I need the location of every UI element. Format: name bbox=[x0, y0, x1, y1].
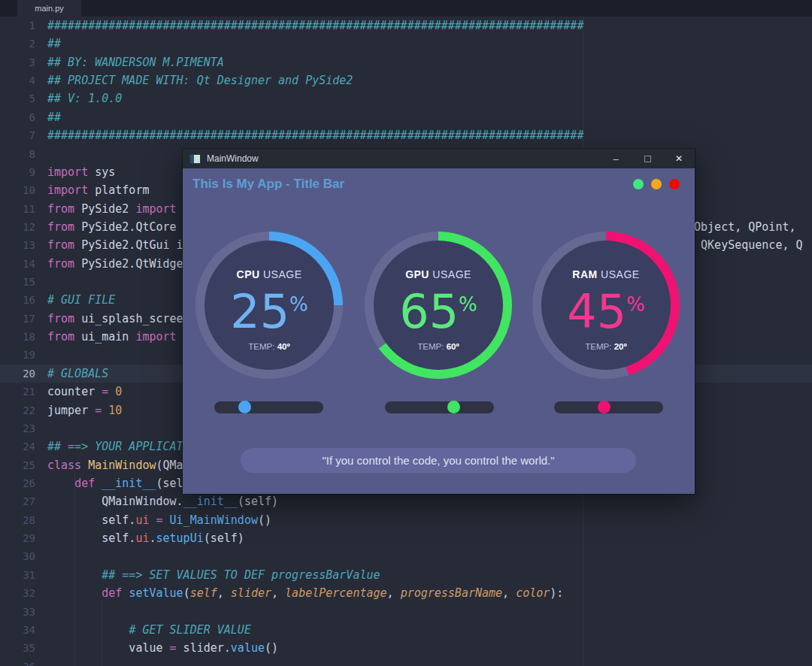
app-window-icon bbox=[189, 154, 201, 164]
editor-tab-bar: main.py bbox=[0, 0, 812, 17]
green-dot bbox=[633, 179, 644, 189]
tab-label: main.py bbox=[35, 4, 64, 13]
red-dot bbox=[669, 179, 680, 189]
code-line-text: QMainWindow.__init__(self) bbox=[35, 492, 812, 510]
code-line-text: ## BY: WANDERSON M.PIMENTA bbox=[35, 53, 812, 71]
code-line: 35 value = slider.value() bbox=[0, 639, 812, 657]
cpu-slider-handle[interactable] bbox=[238, 401, 251, 413]
code-line-text: ########################################… bbox=[35, 17, 812, 35]
line-number: 29 bbox=[0, 529, 35, 547]
cpu-gauge: CPU USAGE 25% TEMP: 40º bbox=[195, 232, 343, 379]
app-title: This Is My App - Title Bar bbox=[192, 177, 344, 192]
quote-text: "If you control the code, you control th… bbox=[322, 454, 554, 467]
ram-slider-handle[interactable] bbox=[598, 401, 611, 413]
code-line: 1#######################################… bbox=[0, 17, 812, 35]
gpu-temp: TEMP: 60º bbox=[365, 342, 512, 351]
line-number: 9 bbox=[0, 163, 35, 181]
line-number: 31 bbox=[0, 566, 35, 584]
code-line-text: self.ui.setupUi(self) bbox=[35, 529, 812, 547]
line-number: 19 bbox=[0, 346, 35, 364]
line-number: 12 bbox=[0, 218, 35, 236]
code-line-text: ########################################… bbox=[35, 126, 812, 144]
line-number: 13 bbox=[0, 236, 35, 254]
code-line-text: value = slider.value() bbox=[35, 639, 812, 657]
minimize-icon: – bbox=[613, 153, 618, 165]
line-number: 1 bbox=[0, 17, 35, 35]
cpu-slider[interactable] bbox=[214, 401, 323, 413]
maximize-icon bbox=[644, 156, 651, 162]
code-line: 7#######################################… bbox=[0, 126, 812, 144]
ram-usage-value: 45% bbox=[532, 280, 680, 337]
line-number: 24 bbox=[0, 437, 35, 456]
code-line-text: ## V: 1.0.0 bbox=[35, 89, 812, 107]
maximize-button[interactable] bbox=[632, 149, 663, 168]
gpu-gauge-label: GPU USAGE bbox=[365, 268, 512, 280]
line-number: 8 bbox=[0, 145, 35, 163]
cpu-gauge-label: CPU USAGE bbox=[195, 268, 343, 280]
code-line-text bbox=[35, 547, 812, 565]
code-fragment-right: QObject, QPoint, bbox=[687, 218, 796, 236]
line-number: 14 bbox=[0, 255, 35, 273]
line-number: 11 bbox=[0, 200, 35, 218]
code-line: 28 self.ui = Ui_MainWindow() bbox=[0, 511, 812, 529]
code-line: 34 # GET SLIDER VALUE bbox=[0, 621, 812, 639]
window-titlebar[interactable]: MainWindow – ✕ bbox=[183, 149, 695, 168]
indent-guide bbox=[102, 602, 102, 666]
line-number: 28 bbox=[0, 511, 35, 529]
line-number: 10 bbox=[0, 181, 35, 199]
code-line: 27 QMainWindow.__init__(self) bbox=[0, 492, 812, 510]
line-number: 23 bbox=[0, 419, 35, 437]
line-number: 35 bbox=[0, 639, 35, 657]
line-number: 27 bbox=[0, 492, 35, 510]
app-header: This Is My App - Title Bar bbox=[183, 168, 695, 200]
line-number: 36 bbox=[0, 658, 35, 666]
code-fragment-right: , QKeySequence, Q bbox=[687, 236, 803, 254]
code-line-text: def setValue(self, slider, labelPercenta… bbox=[35, 584, 812, 602]
minimize-button[interactable]: – bbox=[600, 149, 632, 168]
line-number: 4 bbox=[0, 71, 35, 89]
line-number: 26 bbox=[0, 474, 35, 492]
line-number: 16 bbox=[0, 291, 35, 309]
line-number: 34 bbox=[0, 621, 35, 639]
gpu-gauge: GPU USAGE 65% TEMP: 60º bbox=[365, 232, 512, 379]
close-button[interactable]: ✕ bbox=[663, 149, 695, 168]
line-number: 6 bbox=[0, 108, 35, 126]
line-number: 21 bbox=[0, 383, 35, 401]
gpu-slider-handle[interactable] bbox=[447, 401, 460, 413]
code-line: 30 bbox=[0, 547, 812, 565]
line-number: 15 bbox=[0, 273, 35, 291]
line-number: 20 bbox=[0, 365, 35, 383]
code-line: 2## bbox=[0, 35, 812, 53]
code-line: 29 self.ui.setupUi(self) bbox=[0, 529, 812, 547]
gpu-slider[interactable] bbox=[385, 401, 494, 413]
code-line: 3## BY: WANDERSON M.PIMENTA bbox=[0, 53, 812, 71]
ram-gauge-label: RAM USAGE bbox=[532, 268, 680, 280]
code-line-text bbox=[35, 658, 812, 666]
code-line: 36 bbox=[0, 658, 812, 666]
line-number: 5 bbox=[0, 89, 35, 107]
code-line: 32 def setValue(self, slider, labelPerce… bbox=[0, 584, 812, 602]
code-line: 6## bbox=[0, 108, 812, 126]
code-line: 4## PROJECT MADE WITH: Qt Designer and P… bbox=[0, 71, 812, 89]
cpu-temp: TEMP: 40º bbox=[195, 342, 343, 351]
line-number: 17 bbox=[0, 310, 35, 328]
line-number: 7 bbox=[0, 126, 35, 144]
ram-temp: TEMP: 20º bbox=[532, 342, 680, 351]
code-line-text: ## ==> SET VALUES TO DEF progressBarValu… bbox=[35, 566, 812, 584]
qt-app-window: MainWindow – ✕ This Is My App - Title Ba… bbox=[183, 149, 695, 494]
status-dots bbox=[633, 179, 680, 189]
close-icon: ✕ bbox=[675, 153, 683, 164]
line-number: 3 bbox=[0, 53, 35, 71]
gpu-usage-value: 65% bbox=[365, 280, 512, 337]
ram-slider[interactable] bbox=[554, 401, 663, 413]
window-controls: – ✕ bbox=[600, 149, 695, 168]
code-line-text: self.ui = Ui_MainWindow() bbox=[35, 511, 812, 529]
code-line-text: ## PROJECT MADE WITH: Qt Designer and Py… bbox=[35, 71, 812, 89]
line-number: 18 bbox=[0, 328, 35, 346]
code-line: 31 ## ==> SET VALUES TO DEF progressBarV… bbox=[0, 566, 812, 584]
code-line-text: ## bbox=[35, 108, 812, 126]
line-number: 30 bbox=[0, 547, 35, 565]
tab-main-py[interactable]: main.py bbox=[17, 0, 81, 17]
window-title: MainWindow bbox=[207, 153, 259, 164]
indent-guide bbox=[74, 474, 75, 666]
